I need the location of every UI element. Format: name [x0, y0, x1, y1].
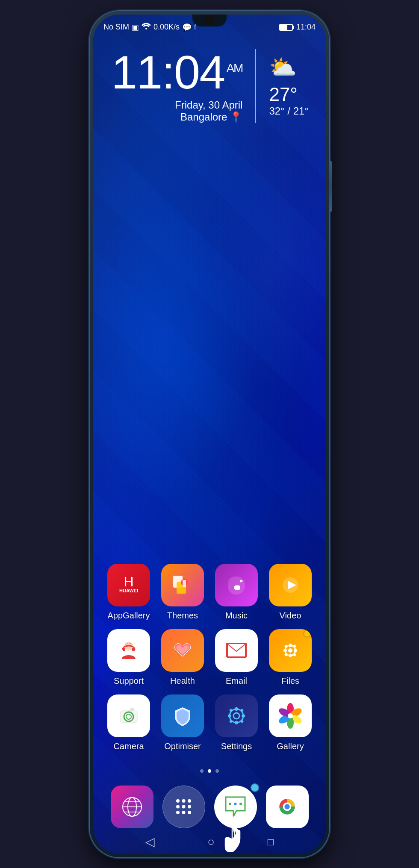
svg-rect-41: [229, 719, 233, 723]
date-display: Friday, 30 April: [110, 99, 242, 111]
svg-rect-35: [235, 707, 238, 711]
nav-bar: ◁ ○ □: [93, 830, 326, 854]
svg-rect-23: [283, 649, 287, 652]
svg-point-57: [188, 799, 191, 803]
dot-3: [215, 769, 219, 773]
app-support[interactable]: Support: [105, 629, 152, 686]
gallery-icon: [269, 694, 312, 737]
clock-status: 11:04: [296, 23, 316, 32]
location-display: Bangalore 📍: [110, 111, 242, 123]
message-icon: 💬: [182, 23, 192, 32]
dot-2: [208, 769, 211, 773]
app-video[interactable]: Video: [267, 564, 314, 621]
svg-point-56: [182, 799, 186, 803]
weather-section: ⛅ 27° 32° / 21°: [256, 54, 309, 117]
video-label: Video: [280, 611, 301, 621]
svg-rect-26: [293, 644, 296, 647]
wifi-icon: [142, 23, 151, 32]
svg-point-64: [229, 803, 231, 805]
nav-recent[interactable]: □: [268, 836, 274, 848]
clock-weather-area: 11:04AM Friday, 30 April Bangalore 📍 ⛅ 2…: [93, 49, 326, 123]
status-right: 11:04: [279, 23, 316, 32]
nav-home[interactable]: ○: [207, 835, 215, 849]
settings-label: Settings: [221, 741, 252, 751]
svg-rect-21: [289, 644, 292, 647]
app-grid: H HUAWEI AppGallery: [93, 564, 326, 760]
svg-rect-37: [228, 715, 231, 717]
svg-text:H: H: [124, 574, 133, 589]
notch: [192, 15, 227, 26]
appgallery-icon: H HUAWEI: [107, 564, 150, 606]
nav-back[interactable]: ◁: [145, 835, 155, 849]
messages-notification-dot: [251, 783, 259, 792]
app-email[interactable]: Email: [213, 629, 260, 686]
battery-icon: [279, 24, 293, 31]
svg-rect-38: [242, 715, 245, 717]
app-optimiser[interactable]: Optimiser: [159, 694, 206, 751]
svg-point-49: [288, 713, 293, 718]
phone-device: No SIM ▣ 0.00K/s 💬 f: [90, 11, 329, 857]
files-icon: [269, 629, 312, 672]
app-camera[interactable]: Camera: [105, 694, 152, 751]
optimiser-label: Optimiser: [164, 741, 201, 751]
health-icon: [161, 629, 204, 672]
phone-inner: No SIM ▣ 0.00K/s 💬 f: [93, 15, 326, 854]
svg-rect-36: [235, 721, 238, 724]
page-indicators: [93, 769, 326, 773]
chrome-dock-icon: [266, 786, 309, 828]
app-files[interactable]: Files: [267, 629, 314, 686]
dock-messages[interactable]: [214, 786, 257, 828]
dock-chrome[interactable]: [266, 786, 309, 828]
themes-label: Themes: [167, 611, 198, 621]
dock-allapps[interactable]: [162, 786, 205, 828]
svg-point-60: [188, 805, 191, 809]
svg-point-55: [176, 799, 180, 803]
optimiser-icon: [161, 694, 204, 737]
svg-point-70: [285, 804, 290, 809]
svg-rect-28: [293, 653, 296, 656]
app-health[interactable]: Health: [159, 629, 206, 686]
browser-dock-icon: [111, 786, 153, 828]
files-label: Files: [281, 676, 299, 686]
svg-point-61: [176, 811, 180, 814]
svg-point-62: [182, 811, 186, 814]
svg-rect-32: [130, 708, 134, 711]
dock-browser[interactable]: [111, 786, 153, 828]
location-pin-icon: 📍: [230, 111, 242, 123]
svg-rect-27: [284, 653, 288, 656]
app-row-3: Camera Optimiser: [102, 694, 317, 751]
svg-point-59: [182, 805, 186, 809]
speed-text: 0.00K/s: [153, 23, 180, 32]
clock-section: 11:04AM Friday, 30 April Bangalore 📍: [110, 49, 256, 123]
app-music[interactable]: Music: [213, 564, 260, 621]
weather-range: 32° / 21°: [269, 105, 309, 117]
sim-icon: ▣: [132, 23, 139, 32]
battery-fill: [280, 25, 287, 30]
app-settings[interactable]: Settings: [213, 694, 260, 751]
svg-point-20: [288, 648, 292, 653]
svg-rect-25: [284, 644, 288, 647]
svg-rect-39: [229, 708, 233, 712]
home-screen: No SIM ▣ 0.00K/s 💬 f: [93, 15, 326, 854]
camera-label: Camera: [113, 741, 144, 751]
camera-front: [204, 15, 215, 26]
svg-point-0: [145, 28, 147, 29]
email-label: Email: [226, 676, 247, 686]
svg-point-34: [233, 713, 239, 719]
weather-temp: 27°: [269, 84, 309, 105]
app-themes[interactable]: Themes: [159, 564, 206, 621]
allapps-dock-icon: [162, 786, 205, 828]
app-row-1: H HUAWEI AppGallery: [102, 564, 317, 621]
svg-point-58: [176, 805, 180, 809]
messages-dock-icon: [214, 786, 257, 828]
svg-point-66: [239, 803, 242, 805]
svg-text:HUAWEI: HUAWEI: [119, 588, 138, 593]
app-appgallery[interactable]: H HUAWEI AppGallery: [105, 564, 152, 621]
email-icon: [215, 629, 258, 672]
appgallery-label: AppGallery: [108, 611, 150, 621]
weather-icon: ⛅: [269, 54, 309, 80]
files-notification-dot: [303, 630, 311, 638]
app-gallery[interactable]: Gallery: [267, 694, 314, 751]
svg-rect-24: [294, 649, 297, 652]
support-label: Support: [114, 676, 144, 686]
